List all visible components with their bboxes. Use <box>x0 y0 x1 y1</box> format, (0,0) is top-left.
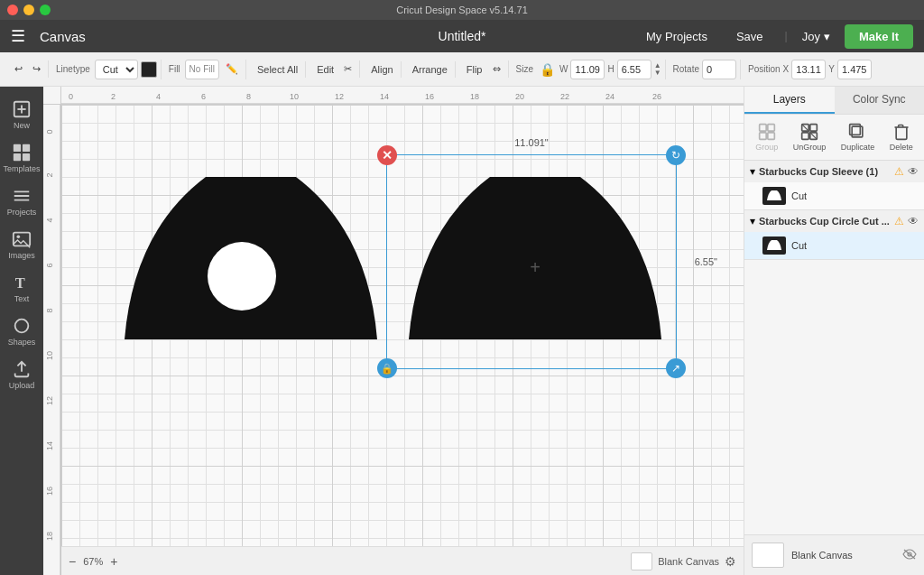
canvas-label-text: Blank Canvas <box>658 556 719 567</box>
fullscreen-button[interactable] <box>40 5 51 15</box>
svg-rect-39 <box>768 125 775 132</box>
svg-text:4: 4 <box>45 218 54 222</box>
flip-group: Flip ⇔ <box>459 60 509 78</box>
edit-group: Edit ✂ <box>310 60 360 78</box>
crosshair: + <box>530 257 541 278</box>
height-input[interactable]: 6.55 <box>617 60 651 79</box>
shapes-tool[interactable]: Shapes <box>4 311 40 352</box>
save-button[interactable]: Save <box>729 26 771 47</box>
sleeve-thumb-icon <box>765 190 783 202</box>
tab-color-sync[interactable]: Color Sync <box>835 87 925 114</box>
text-tool[interactable]: T Text <box>4 267 40 309</box>
rotate-input[interactable]: 0 <box>702 60 736 79</box>
svg-text:10: 10 <box>290 92 299 101</box>
canvas-preview[interactable] <box>752 543 784 568</box>
zoom-in-button[interactable]: + <box>110 554 117 569</box>
make-it-button[interactable]: Make It <box>845 24 913 49</box>
ungroup-button[interactable]: UnGroup <box>788 120 832 154</box>
new-tool[interactable]: New <box>4 94 40 135</box>
pos-x-label: X <box>783 64 790 74</box>
images-tool[interactable]: Images <box>4 224 40 265</box>
svg-rect-7 <box>14 233 30 246</box>
delete-label: Delete <box>890 143 913 152</box>
fill-selector[interactable]: No Fill <box>185 60 219 79</box>
canvas-selector: Blank Canvas <box>744 534 924 575</box>
edit-button[interactable]: Edit <box>313 61 337 78</box>
ruler-h-svg: 0 2 4 6 8 10 12 14 16 18 20 22 24 26 <box>61 87 744 105</box>
svg-rect-44 <box>802 133 809 140</box>
main-area: New Templates Projects Images T Text Sha… <box>0 87 924 575</box>
align-button[interactable]: Align <box>367 61 396 78</box>
pos-y-input[interactable]: 1.475 <box>837 60 872 79</box>
user-menu[interactable]: Joy ▾ <box>802 30 830 43</box>
layer-group-circle: ▾ Starbucks Cup Circle Cut ... ⚠ 👁 Cut <box>744 210 924 260</box>
new-tool-label: New <box>14 121 30 130</box>
flip-button[interactable]: Flip <box>463 61 486 78</box>
canvas-label-group: Blank Canvas ⚙ <box>631 552 736 570</box>
hamburger-icon[interactable]: ☰ <box>11 26 25 46</box>
templates-tool[interactable]: Templates <box>4 137 40 179</box>
linetype-select[interactable]: Cut <box>95 60 138 79</box>
position-label: Position <box>748 64 781 74</box>
size-group: Size 🔒 W 11.091 H 6.55 ▲ ▼ <box>513 60 666 79</box>
canvas-eye-svg <box>902 549 917 560</box>
tab-layers[interactable]: Layers <box>744 87 835 114</box>
canvas-eye-icon[interactable] <box>902 549 917 562</box>
height-dimension-label: 6.55" <box>695 256 717 267</box>
arrange-button[interactable]: Arrange <box>409 61 451 78</box>
upload-tool[interactable]: Upload <box>4 354 40 395</box>
svg-point-10 <box>15 320 29 333</box>
svg-text:14: 14 <box>380 92 389 101</box>
size-lock-icon[interactable]: 🔒 <box>538 60 557 79</box>
layer-group-header-sleeve[interactable]: ▾ Starbucks Cup Sleeve (1) ⚠ 👁 <box>744 161 924 182</box>
fill-group: Fill No Fill ✏️ <box>165 60 246 79</box>
position-group: Position X 13.111 Y 1.475 <box>744 60 875 79</box>
sleeve-eye-icon[interactable]: 👁 <box>908 165 919 178</box>
left-shape-container[interactable] <box>106 159 395 374</box>
svg-text:18: 18 <box>45 532 54 541</box>
canvas-content[interactable]: + 11.091" 6.55" ✕ ↻ 🔒 ↗ − 67% <box>61 105 744 575</box>
bottombar: − 67% + Blank Canvas ⚙ <box>61 546 744 575</box>
linetype-swatch[interactable] <box>141 61 157 78</box>
select-all-button[interactable]: Select All <box>254 61 301 78</box>
canvas-swatch[interactable] <box>631 552 652 570</box>
arrange-group: Arrange <box>405 61 456 78</box>
group-button[interactable]: Group <box>750 120 783 154</box>
fill-label: Fill <box>169 64 180 74</box>
circle-thumb-icon <box>765 239 783 252</box>
my-projects-button[interactable]: My Projects <box>639 26 715 47</box>
svg-text:12: 12 <box>335 92 344 101</box>
projects-tool[interactable]: Projects <box>4 181 40 222</box>
undo-button[interactable]: ↩ <box>11 60 26 78</box>
fill-edit-button[interactable]: ✏️ <box>222 60 242 78</box>
edit-icon-button[interactable]: ✂ <box>340 60 356 78</box>
select-all-group: Select All <box>250 61 306 78</box>
width-input[interactable]: 11.091 <box>570 60 605 79</box>
circle-layer-item[interactable]: Cut <box>744 232 924 259</box>
right-shape-container[interactable]: + <box>391 159 679 374</box>
close-button[interactable] <box>7 5 18 15</box>
duplicate-button[interactable]: Duplicate <box>836 120 881 154</box>
size-steppers[interactable]: ▲ ▼ <box>654 62 661 77</box>
svg-text:0: 0 <box>69 92 73 101</box>
canvas-area[interactable]: 0 2 4 6 8 10 12 14 16 18 20 22 24 26 0 2 <box>43 87 744 575</box>
svg-text:18: 18 <box>470 92 479 101</box>
delete-button[interactable]: Delete <box>884 120 919 154</box>
traffic-lights <box>7 5 51 15</box>
ruler-v-svg: 0 2 4 6 8 10 12 14 16 18 <box>43 105 61 575</box>
minimize-button[interactable] <box>23 5 34 15</box>
redo-button[interactable]: ↪ <box>29 60 44 78</box>
user-label: Joy <box>802 30 820 43</box>
pos-x-input[interactable]: 13.111 <box>791 60 826 79</box>
canvas-settings-icon[interactable]: ⚙ <box>725 554 736 569</box>
height-down[interactable]: ▼ <box>654 70 661 77</box>
flip-icon-button[interactable]: ⇔ <box>489 60 504 78</box>
sleeve-layer-label: Cut <box>791 190 807 201</box>
zoom-out-button[interactable]: − <box>69 554 76 569</box>
svg-text:8: 8 <box>45 308 54 312</box>
circle-eye-icon[interactable]: 👁 <box>908 215 919 227</box>
sleeve-layer-item[interactable]: Cut <box>744 182 924 209</box>
layer-group-header-circle[interactable]: ▾ Starbucks Cup Circle Cut ... ⚠ 👁 <box>744 210 924 232</box>
chevron-circle-icon: ▾ <box>750 215 755 227</box>
svg-text:24: 24 <box>605 92 614 101</box>
